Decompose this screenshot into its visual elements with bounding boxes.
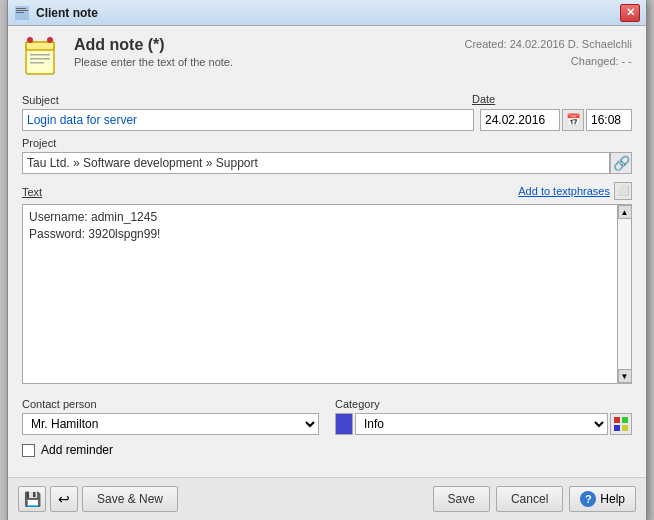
note-icon: [22, 36, 64, 78]
add-textphrase-link[interactable]: Add to textphrases: [518, 185, 610, 197]
color-grid-button[interactable]: [610, 413, 632, 435]
text-label: Text: [22, 186, 42, 198]
reminder-row: Add reminder: [22, 443, 632, 457]
revert-icon-button[interactable]: ↩: [50, 486, 78, 512]
header-meta: Created: 24.02.2016 D. Schaelchli Change…: [464, 36, 632, 69]
save-icon-button[interactable]: 💾: [18, 486, 46, 512]
category-color-indicator: [335, 413, 353, 435]
copy-textphrase-button[interactable]: ⬜: [614, 182, 632, 200]
svg-rect-2: [16, 10, 28, 11]
text-area-container: Username: admin_1245 Password: 3920lspgn…: [22, 204, 632, 384]
dialog-title: Add note (*): [74, 36, 464, 54]
cancel-button[interactable]: Cancel: [496, 486, 563, 512]
window-icon: [14, 5, 30, 21]
bottom-fields: Contact person Mr. Hamilton Category Inf…: [22, 392, 632, 435]
save-new-button[interactable]: Save & New: [82, 486, 178, 512]
project-input[interactable]: [22, 152, 610, 174]
save-button[interactable]: Save: [433, 486, 490, 512]
client-note-window: Client note ✕ Add note (*) Please ent: [7, 0, 647, 520]
date-group: 📅: [480, 109, 632, 131]
svg-rect-13: [614, 425, 620, 431]
scroll-track[interactable]: [618, 219, 631, 369]
title-bar: Client note ✕: [8, 0, 646, 26]
reminder-label: Add reminder: [41, 443, 113, 457]
category-section: Category Info: [335, 392, 632, 435]
scroll-up-button[interactable]: ▲: [618, 205, 632, 219]
category-select[interactable]: Info: [355, 413, 608, 435]
category-label: Category: [335, 398, 632, 410]
contact-label: Contact person: [22, 398, 319, 410]
svg-rect-14: [622, 425, 628, 431]
header-row: Add note (*) Please enter the text of th…: [22, 36, 632, 78]
close-button[interactable]: ✕: [620, 4, 640, 22]
text-header: Text Add to textphrases ⬜: [22, 180, 632, 201]
svg-point-7: [47, 37, 53, 43]
svg-point-6: [27, 37, 33, 43]
reminder-checkbox[interactable]: [22, 444, 35, 457]
svg-rect-10: [30, 62, 44, 64]
changed-info: Changed: - -: [464, 53, 632, 70]
svg-rect-12: [622, 417, 628, 423]
header-info: Add note (*) Please enter the text of th…: [74, 36, 464, 68]
help-button[interactable]: ? Help: [569, 486, 636, 512]
window-content: Add note (*) Please enter the text of th…: [8, 26, 646, 477]
category-row: Info: [335, 413, 632, 435]
date-input[interactable]: [480, 109, 560, 131]
contact-row: Mr. Hamilton: [22, 413, 319, 435]
subject-input[interactable]: [22, 109, 474, 131]
footer-bar: 💾 ↩ Save & New Save Cancel ? Help: [8, 477, 646, 520]
scrollbar: ▲ ▼: [617, 205, 631, 383]
svg-rect-11: [614, 417, 620, 423]
footer-left: 💾 ↩ Save & New: [18, 486, 178, 512]
scroll-down-button[interactable]: ▼: [618, 369, 632, 383]
footer-right: Save Cancel ? Help: [433, 486, 636, 512]
subject-row: 📅: [22, 109, 632, 131]
svg-rect-9: [30, 58, 50, 60]
created-info: Created: 24.02.2016 D. Schaelchli: [464, 36, 632, 53]
project-row: 🔗: [22, 152, 632, 174]
subject-label: Subject: [22, 94, 464, 106]
project-link-button[interactable]: 🔗: [610, 152, 632, 174]
project-label: Project: [22, 137, 632, 149]
contact-select[interactable]: Mr. Hamilton: [22, 413, 319, 435]
subject-date-labels: Subject Date: [22, 88, 632, 109]
svg-rect-8: [30, 54, 50, 56]
time-input[interactable]: [586, 109, 632, 131]
svg-rect-1: [16, 8, 26, 9]
window-title: Client note: [36, 6, 620, 20]
date-label: Date: [472, 93, 495, 105]
contact-section: Contact person Mr. Hamilton: [22, 392, 319, 435]
svg-rect-5: [26, 42, 54, 50]
calendar-button[interactable]: 📅: [562, 109, 584, 131]
help-circle-icon: ?: [580, 491, 596, 507]
text-input[interactable]: Username: admin_1245 Password: 3920lspgn…: [23, 205, 617, 383]
dialog-subtitle: Please enter the text of the note.: [74, 56, 464, 68]
svg-rect-3: [16, 12, 24, 13]
help-label: Help: [600, 492, 625, 506]
